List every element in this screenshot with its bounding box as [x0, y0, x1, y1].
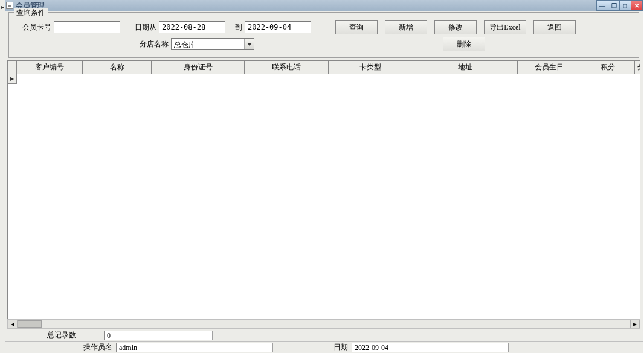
date-from-label: 日期从 [135, 22, 156, 33]
query-fieldset: 查询条件 会员卡号 日期从 到 查询 新增 修改 导出Excel 返回 分店名称… [8, 12, 639, 58]
maximize-button[interactable]: □ [619, 0, 631, 11]
export-button[interactable]: 导出Excel [484, 20, 526, 34]
minimize-button[interactable]: — [596, 0, 608, 11]
scroll-left-icon[interactable]: ◂ [8, 320, 18, 328]
grid-header: 客户编号 名称 身份证号 联系电话 卡类型 地址 会员生日 积分 分店名称 [7, 60, 640, 74]
date-to-input[interactable] [245, 21, 311, 33]
scroll-right-icon[interactable]: ▸ [630, 320, 640, 328]
grid-body[interactable] [7, 74, 640, 319]
total-records-label: 总记录数 [47, 330, 76, 340]
app-frame: 会员管理 — ❐ □ ✕ 查询条件 会员卡号 日期从 到 查询 新增 修改 导出… [5, 0, 643, 353]
column-header[interactable]: 联系电话 [245, 61, 329, 74]
member-card-label: 会员卡号 [22, 22, 51, 33]
back-button[interactable]: 返回 [533, 20, 576, 34]
horizontal-scrollbar[interactable]: ◂ ▸ [7, 319, 640, 329]
date-label: 日期 [333, 342, 348, 352]
fieldset-legend: 查询条件 [14, 8, 48, 18]
close-button[interactable]: ✕ [631, 0, 643, 11]
column-header[interactable]: 身份证号 [152, 61, 245, 74]
column-header[interactable]: 积分 [581, 61, 635, 74]
date-to-label: 到 [235, 22, 242, 33]
delete-button[interactable]: 删除 [443, 37, 485, 51]
branch-combo-value: 总仓库 [172, 39, 244, 49]
row-indicator-icon [8, 74, 17, 84]
column-header[interactable]: 客户编号 [17, 61, 83, 74]
status-bar-2: 操作员名 admin 日期 2022-09-04 [5, 341, 643, 353]
branch-combo[interactable]: 总仓库 [171, 38, 254, 50]
total-records-value: 0 [104, 331, 213, 340]
column-header[interactable]: 名称 [83, 61, 152, 74]
branch-label: 分店名称 [140, 39, 169, 49]
query-button[interactable]: 查询 [335, 20, 378, 34]
window-controls: — ❐ □ ✕ [597, 0, 643, 11]
member-card-input[interactable] [54, 21, 120, 33]
column-header[interactable]: 地址 [413, 61, 518, 74]
date-from-input[interactable] [159, 21, 225, 33]
add-button[interactable]: 新增 [385, 20, 427, 34]
column-header[interactable]: 卡类型 [329, 61, 413, 74]
restore-button[interactable]: ❐ [608, 0, 620, 11]
column-header[interactable]: 会员生日 [518, 61, 581, 74]
dock-arrow-icon: ▸ [1, 4, 4, 10]
app-left-strip: ▸ 返回 [0, 0, 5, 353]
data-grid: 客户编号 名称 身份证号 联系电话 卡类型 地址 会员生日 积分 分店名称 [7, 60, 640, 319]
status-bar-1: 总记录数 0 [5, 329, 643, 341]
chevron-down-icon[interactable] [244, 39, 254, 49]
edit-button[interactable]: 修改 [434, 20, 477, 34]
date-value: 2022-09-04 [352, 343, 509, 352]
operator-label: 操作员名 [83, 342, 112, 352]
column-header[interactable]: 分店名称 [635, 61, 640, 74]
scroll-thumb[interactable] [18, 320, 42, 328]
titlebar: 会员管理 — ❐ □ ✕ [5, 0, 643, 11]
operator-value: admin [116, 343, 273, 352]
app-icon [6, 2, 13, 9]
grid-corner [7, 61, 17, 74]
